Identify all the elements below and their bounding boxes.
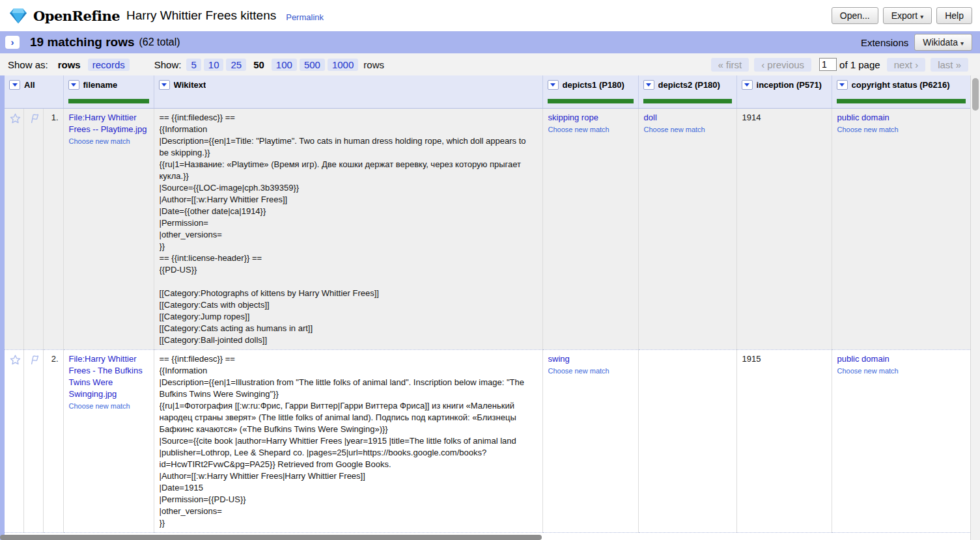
- previous-page-button[interactable]: ‹ previous: [754, 58, 811, 72]
- total-rows-count: (62 total): [139, 36, 180, 48]
- pagination: « first ‹ previous of 1 page next › last…: [708, 58, 971, 72]
- column-menu-all-button[interactable]: [9, 80, 20, 90]
- cell-inception: 1914: [736, 108, 832, 349]
- rows-suffix-label: rows: [363, 59, 384, 70]
- extensions-label: Extensions: [861, 37, 908, 48]
- column-menu-copyright-status-button[interactable]: [837, 80, 848, 90]
- matched-value-link[interactable]: skipping rope: [548, 112, 633, 124]
- choose-new-match-link[interactable]: Choose new match: [837, 125, 899, 134]
- dropdown-triangle-icon: [646, 83, 651, 87]
- filename-link[interactable]: File:Harry Whittier Frees - The Bufkins …: [69, 353, 148, 400]
- top-bar: OpenRefine Harry Whittier Frees kittens …: [0, 0, 980, 31]
- mode-records[interactable]: records: [88, 59, 130, 71]
- project-title: Harry Whittier Frees kittens: [126, 8, 276, 23]
- star-icon[interactable]: [10, 355, 21, 365]
- first-page-button[interactable]: « first: [711, 58, 749, 72]
- cell-depicts1: skipping rope Choose new match: [542, 108, 638, 349]
- openrefine-diamond-logo-icon: [9, 8, 27, 24]
- choose-new-match-link[interactable]: Choose new match: [548, 125, 609, 134]
- page-count-label: of 1 page: [839, 59, 880, 70]
- matched-value-link[interactable]: doll: [644, 112, 731, 124]
- page-size-25[interactable]: 25: [226, 59, 246, 71]
- wikitext-value: == {{int:filedesc}} == {{Information |De…: [160, 353, 537, 529]
- reconciliation-progress-bar: [548, 99, 634, 103]
- dropdown-triangle-icon: [839, 83, 845, 87]
- choose-new-match-link[interactable]: Choose new match: [69, 137, 130, 146]
- filename-link[interactable]: File:Harry Whittier Frees -- Playtime.jp…: [69, 112, 148, 135]
- choose-new-match-link[interactable]: Choose new match: [837, 366, 899, 375]
- column-menu-inception-button[interactable]: [742, 80, 753, 90]
- page-number-input[interactable]: [819, 58, 837, 71]
- page-size-100[interactable]: 100: [272, 59, 297, 71]
- dropdown-triangle-icon: [71, 83, 76, 87]
- summary-bar: › 19 matching rows (62 total) Extensions…: [0, 31, 980, 53]
- column-header-depicts1: depicts1 (P180): [542, 75, 638, 108]
- next-page-button[interactable]: next ›: [887, 58, 926, 72]
- matched-value-link[interactable]: swing: [548, 353, 633, 365]
- column-header-depicts2: depicts2 (P180): [638, 75, 736, 108]
- column-header-filename: filename: [63, 75, 154, 108]
- inception-value: 1915: [742, 354, 761, 364]
- column-header-inception: inception (P571): [736, 75, 832, 108]
- row-index: 1.: [43, 108, 63, 349]
- show-label: Show:: [154, 59, 182, 70]
- reconciliation-progress-bar: [68, 99, 149, 103]
- dropdown-triangle-icon: [744, 83, 749, 87]
- vertical-scrollbar-thumb[interactable]: [972, 78, 979, 111]
- cell-depicts2: doll Choose new match: [638, 108, 736, 349]
- row-index: 2.: [43, 349, 63, 532]
- show-as-label: Show as:: [8, 59, 48, 70]
- vertical-scrollbar[interactable]: [970, 75, 980, 540]
- horizontal-scrollbar-thumb[interactable]: [0, 535, 542, 540]
- column-menu-wikitext-button[interactable]: [159, 80, 170, 90]
- column-header-wikitext: Wikitext: [154, 75, 542, 108]
- app-name: OpenRefine: [33, 8, 120, 24]
- column-menu-filename-button[interactable]: [68, 80, 79, 90]
- page-size-1000[interactable]: 1000: [328, 59, 358, 71]
- page-size-5[interactable]: 5: [186, 59, 201, 71]
- cell-copyright-status: public domain Choose new match: [832, 349, 970, 532]
- inception-value: 1914: [742, 113, 761, 122]
- data-table-area: All filename Wikitext: [0, 75, 980, 540]
- cell-wikitext: == {{int:filedesc}} == {{Information |De…: [154, 349, 542, 532]
- topbar-buttons: Open... Export▾ Help: [832, 7, 972, 24]
- cell-depicts1: swing Choose new match: [542, 349, 638, 532]
- column-menu-depicts2-button[interactable]: [643, 80, 654, 90]
- column-menu-depicts1-button[interactable]: [548, 80, 559, 90]
- flag-icon[interactable]: [29, 355, 40, 365]
- export-button[interactable]: Export▾: [883, 7, 932, 24]
- flag-icon[interactable]: [29, 113, 40, 124]
- open-button[interactable]: Open...: [832, 7, 878, 24]
- cell-inception: 1915: [736, 349, 832, 532]
- help-button[interactable]: Help: [936, 7, 972, 24]
- cell-filename: File:Harry Whittier Frees - The Bufkins …: [63, 349, 154, 532]
- caret-down-icon: ▾: [960, 40, 964, 47]
- page-size-50[interactable]: 50: [249, 59, 269, 71]
- table-row: 1. File:Harry Whittier Frees -- Playtime…: [5, 108, 970, 349]
- permalink-link[interactable]: Permalink: [286, 12, 324, 22]
- cell-wikitext: == {{int:filedesc}} == {{Information |De…: [154, 108, 542, 349]
- collapsed-facet-panel-strip: [0, 75, 5, 540]
- matched-value-link[interactable]: public domain: [837, 353, 965, 365]
- column-header-all: All: [5, 75, 63, 108]
- data-grid: All filename Wikitext: [5, 75, 971, 533]
- reconciliation-progress-bar: [837, 99, 966, 103]
- table-row: 2. File:Harry Whittier Frees - The Bufki…: [5, 349, 970, 532]
- page-size-10[interactable]: 10: [204, 59, 224, 71]
- caret-down-icon: ▾: [920, 13, 923, 20]
- reconciliation-progress-bar: [643, 99, 732, 103]
- page-size-500[interactable]: 500: [300, 59, 325, 71]
- mode-rows[interactable]: rows: [53, 59, 85, 71]
- choose-new-match-link[interactable]: Choose new match: [644, 125, 705, 134]
- choose-new-match-link[interactable]: Choose new match: [69, 401, 130, 411]
- wikidata-extension-button[interactable]: Wikidata▾: [914, 34, 972, 51]
- wikitext-value: == {{int:filedesc}} == {{Information |De…: [160, 112, 537, 346]
- cell-copyright-status: public domain Choose new match: [832, 108, 970, 349]
- star-icon[interactable]: [10, 113, 21, 124]
- view-options-bar: Show as: rows records Show: 5 10 25 50 1…: [0, 53, 980, 75]
- matched-value-link[interactable]: public domain: [837, 112, 965, 124]
- choose-new-match-link[interactable]: Choose new match: [548, 366, 609, 375]
- cell-filename: File:Harry Whittier Frees -- Playtime.jp…: [63, 108, 154, 349]
- expand-facet-panel-button[interactable]: ›: [5, 36, 20, 49]
- last-page-button[interactable]: last »: [931, 58, 968, 72]
